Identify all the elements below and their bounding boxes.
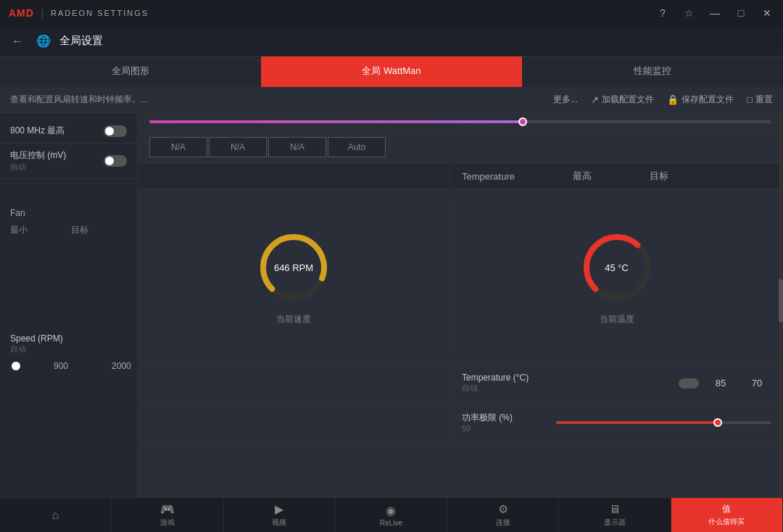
connect-icon: ⚙ <box>498 502 508 516</box>
fan-speed-label: 当前速度 <box>276 313 311 325</box>
scrollbar-thumb[interactable] <box>779 279 783 323</box>
left-panel: 800 MHz 最高 电压控制 (mV) 自动 Fan 最小 目标 Speed … <box>0 113 138 528</box>
minimize-button[interactable]: — <box>708 7 722 19</box>
na-box-4: Auto <box>328 137 386 157</box>
na-values-row: N/A N/A N/A Auto <box>138 131 783 164</box>
tab-graphics[interactable]: 全局图形 <box>0 57 261 87</box>
tab-wattman[interactable]: 全局 WattMan <box>261 57 522 87</box>
reset-button[interactable]: □ 重置 <box>747 93 773 106</box>
globe-icon: 🌐 <box>36 34 51 48</box>
load-config-button[interactable]: ↗ 加载配置文件 <box>591 93 654 106</box>
relive-label: ReLive <box>380 519 402 527</box>
save-config-button[interactable]: 🔒 保存配置文件 <box>667 93 734 106</box>
bottom-nav: ⌂ 🎮 游戏 ▶ 视频 ◉ ReLive ⚙ 连接 🖥 显示器 值 什么值得买 <box>0 497 783 532</box>
titlebar: AMD | RADEON SETTINGS ? ☆ — □ ✕ <box>0 0 783 26</box>
page-title: 全局设置 <box>59 34 103 48</box>
load-config-label: 加载配置文件 <box>602 93 654 106</box>
power-settings-row: 功率极限 (%) 50 <box>138 403 783 442</box>
window-controls: ? ☆ — □ ✕ <box>655 7 774 19</box>
temp-right-settings: Temperature (°C) 自动 85 70 <box>450 373 783 394</box>
zhihu-label: 什么值得买 <box>708 517 745 527</box>
app-name: RADEON SETTINGS <box>51 9 149 17</box>
nav-home[interactable]: ⌂ <box>0 498 112 532</box>
back-button[interactable]: ← <box>12 35 23 48</box>
nav-zhihu[interactable]: 值 什么值得买 <box>671 498 783 532</box>
close-button[interactable]: ✕ <box>760 7 774 19</box>
video-icon: ▶ <box>275 502 283 516</box>
games-icon: 🎮 <box>160 502 175 516</box>
nav-games[interactable]: 🎮 游戏 <box>112 498 223 532</box>
fan-header-labels: 最小 目标 <box>0 221 137 239</box>
temp-setting-toggle[interactable] <box>679 378 699 388</box>
na-box-2: N/A <box>209 137 267 157</box>
scrollbar[interactable] <box>779 113 783 528</box>
tab-monitor[interactable]: 性能监控 <box>522 57 783 87</box>
gauges-area: 646 RPM 当前速度 45 °C 当前温度 <box>138 189 783 363</box>
relive-icon: ◉ <box>386 504 396 518</box>
maximize-button[interactable]: □ <box>734 7 748 19</box>
toolbar: 查看和配置风扇转速和时钟频率。... 更多... ↗ 加载配置文件 🔒 保存配置… <box>0 87 783 113</box>
connect-label: 连接 <box>496 518 510 528</box>
help-button[interactable]: ? <box>655 7 670 19</box>
frequency-slider[interactable] <box>149 120 771 123</box>
nav-connect[interactable]: ⚙ 连接 <box>447 498 559 532</box>
more-label: 更多... <box>553 93 578 106</box>
right-content: N/A N/A N/A Auto Temperature 最高 目标 <box>138 113 783 528</box>
save-config-label: 保存配置文件 <box>682 93 734 106</box>
na-box-1: N/A <box>149 137 207 157</box>
zhihu-icon: 值 <box>722 503 731 515</box>
temp-setting-label: Temperature (°C) 自动 <box>462 373 671 394</box>
nav-relive[interactable]: ◉ ReLive <box>336 498 447 532</box>
fan-temp-headers: Temperature 最高 目标 <box>138 164 783 189</box>
clock-toggle[interactable] <box>104 125 127 137</box>
reset-label: 重置 <box>755 93 773 106</box>
save-icon: 🔒 <box>667 94 679 105</box>
main-content: 800 MHz 最高 电压控制 (mV) 自动 Fan 最小 目标 Speed … <box>0 113 783 528</box>
fan-speed-value: 646 RPM <box>274 262 313 273</box>
voltage-label: 电压控制 (mV) 自动 <box>10 149 66 173</box>
voltage-toggle[interactable] <box>104 155 127 167</box>
voltage-row: 电压控制 (mV) 自动 <box>0 144 137 179</box>
temp-gauge: 45 °C <box>577 228 657 307</box>
tabs-bar: 全局图形 全局 WattMan 性能监控 <box>0 57 783 87</box>
clock-label: 800 MHz 最高 <box>10 125 65 137</box>
favorite-button[interactable]: ☆ <box>682 7 696 19</box>
power-slider[interactable] <box>556 421 771 424</box>
fan-gauge-area: 646 RPM 当前速度 <box>138 204 450 349</box>
toolbar-description: 查看和配置风扇转速和时钟频率。... <box>10 93 544 106</box>
clock-row: 800 MHz 最高 <box>0 119 137 144</box>
speed-values: 900 2000 <box>0 357 137 375</box>
nav-display[interactable]: 🖥 显示器 <box>559 498 671 532</box>
nav-video[interactable]: ▶ 视频 <box>224 498 336 532</box>
frequency-slider-row <box>138 113 783 131</box>
temp-label: 当前温度 <box>600 313 634 325</box>
temp-value: 45 °C <box>605 262 629 273</box>
temp-section-header: Temperature 最高 目标 <box>450 164 783 188</box>
toolbar-actions: 更多... ↗ 加载配置文件 🔒 保存配置文件 □ 重置 <box>553 93 773 106</box>
video-label: 视频 <box>272 518 286 528</box>
title-separator: | <box>41 8 44 18</box>
games-label: 游戏 <box>160 518 175 528</box>
settings-rows: Temperature (°C) 自动 85 70 功率极限 (%) 50 <box>138 363 783 442</box>
home-icon: ⌂ <box>52 509 59 522</box>
reset-icon: □ <box>747 94 753 105</box>
temp-target-value: 70 <box>742 378 771 388</box>
speed-row: Speed (RPM) 自动 <box>0 239 137 357</box>
load-icon: ↗ <box>591 94 599 105</box>
temperature-settings-row: Temperature (°C) 自动 85 70 <box>138 364 783 403</box>
amd-logo: AMD <box>9 7 34 19</box>
power-setting-label: 功率极限 (%) 50 <box>462 412 549 433</box>
na-box-3: N/A <box>268 137 326 157</box>
fan-gauge: 646 RPM <box>254 228 334 307</box>
power-right-settings: 功率极限 (%) 50 <box>450 412 783 433</box>
more-button[interactable]: 更多... <box>553 93 578 106</box>
display-icon: 🖥 <box>609 503 621 516</box>
fan-section-header <box>138 164 450 188</box>
fan-label: Fan <box>0 179 137 221</box>
display-label: 显示器 <box>604 518 626 528</box>
temp-gauge-area: 45 °C 当前温度 <box>450 204 783 349</box>
header: ← 🌐 全局设置 <box>0 26 783 57</box>
temp-max-value: 85 <box>706 378 735 388</box>
